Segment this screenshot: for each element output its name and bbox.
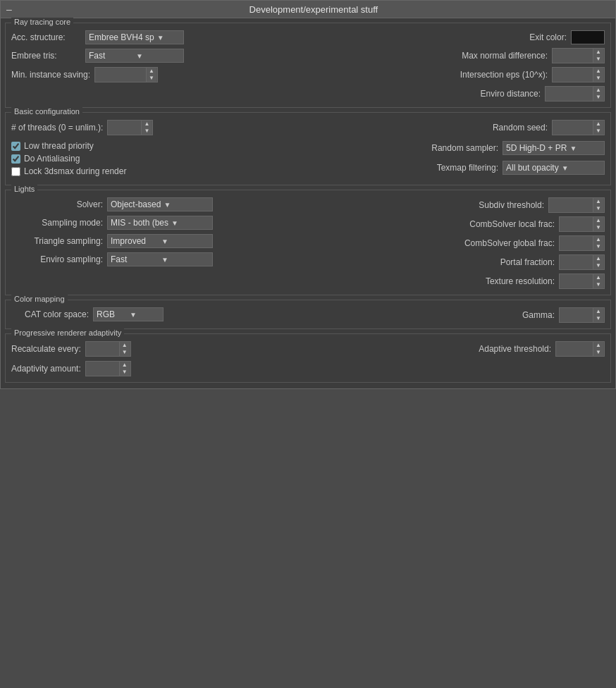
intersection-spinbox[interactable]: -6,07 ▲ ▼ bbox=[552, 67, 605, 82]
min-instance-spinbox[interactable]: 50000 ▲ ▼ bbox=[94, 67, 158, 82]
embree-tris-dropdown[interactable]: Fast ▼ bbox=[85, 49, 184, 63]
combsolver-global-spinbox[interactable]: 0,33 ▲ ▼ bbox=[559, 235, 605, 251]
cat-color-arrow: ▼ bbox=[130, 311, 160, 319]
low-thread-row: Low thread priority bbox=[11, 141, 304, 151]
enviro-sampling-dropdown[interactable]: Fast ▼ bbox=[107, 252, 213, 266]
recalculate-input[interactable]: 0 bbox=[86, 342, 119, 356]
lights-label: Lights bbox=[11, 185, 37, 193]
subdiv-threshold-input[interactable]: 0,005 bbox=[549, 198, 593, 212]
adaptive-threshold-spinbox[interactable]: 0,03 ▲ ▼ bbox=[555, 341, 605, 357]
minimize-icon[interactable]: – bbox=[6, 4, 12, 15]
min-instance-down[interactable]: ▼ bbox=[147, 75, 156, 82]
min-instance-label: Min. instance saving: bbox=[11, 70, 90, 80]
subdiv-threshold-down[interactable]: ▼ bbox=[593, 205, 603, 212]
combsolver-global-input[interactable]: 0,33 bbox=[560, 236, 593, 250]
gamma-input[interactable]: 2,2 bbox=[560, 308, 593, 322]
embree-tris-label: Embree tris: bbox=[11, 51, 85, 61]
acc-structure-dropdown[interactable]: Embree BVH4 sp ▼ bbox=[85, 30, 184, 44]
texture-resolution-down[interactable]: ▼ bbox=[593, 281, 603, 288]
adaptivity-input[interactable]: 0,0 bbox=[86, 362, 119, 376]
gamma-up[interactable]: ▲ bbox=[593, 308, 603, 315]
intersection-down[interactable]: ▼ bbox=[593, 75, 603, 82]
sampling-mode-dropdown[interactable]: MIS - both (bes ▼ bbox=[107, 216, 213, 230]
embree-tris-value: Fast bbox=[89, 51, 133, 61]
combsolver-global-down[interactable]: ▼ bbox=[593, 243, 603, 250]
recalculate-down[interactable]: ▼ bbox=[120, 349, 130, 356]
exit-color-swatch[interactable] bbox=[571, 30, 605, 44]
combsolver-local-down[interactable]: ▼ bbox=[593, 224, 603, 231]
texture-resolution-label: Texture resolution: bbox=[486, 276, 555, 286]
enviro-distance-up[interactable]: ▲ bbox=[593, 87, 603, 94]
random-sampler-dropdown[interactable]: 5D High-D + PR ▼ bbox=[503, 141, 605, 155]
combsolver-global-up[interactable]: ▲ bbox=[593, 236, 603, 243]
recalculate-up[interactable]: ▲ bbox=[120, 342, 130, 349]
adaptive-threshold-up[interactable]: ▲ bbox=[593, 342, 603, 349]
threads-spinbox[interactable]: 0 ▲ ▼ bbox=[107, 120, 153, 135]
do-antialiasing-checkbox[interactable] bbox=[11, 154, 20, 164]
adaptivity-up[interactable]: ▲ bbox=[120, 362, 130, 369]
enviro-distance-spinbox[interactable]: 1000,0n ▲ ▼ bbox=[545, 86, 605, 102]
triangle-sampling-dropdown[interactable]: Improved ▼ bbox=[107, 234, 213, 248]
min-instance-up[interactable]: ▲ bbox=[147, 68, 156, 75]
texture-resolution-input[interactable]: 0,3 bbox=[560, 274, 593, 288]
portal-fraction-down[interactable]: ▼ bbox=[593, 262, 603, 269]
recalculate-spinbox[interactable]: 0 ▲ ▼ bbox=[85, 341, 131, 357]
triangle-sampling-arrow: ▼ bbox=[161, 238, 209, 245]
enviro-distance-input[interactable]: 1000,0n bbox=[546, 87, 593, 101]
min-instance-input[interactable]: 50000 bbox=[95, 68, 146, 82]
random-seed-input[interactable]: 1234 bbox=[553, 121, 593, 135]
random-seed-label: Random seed: bbox=[493, 123, 548, 133]
lock-3dsmax-label: Lock 3dsmax during render bbox=[24, 166, 126, 176]
combsolver-local-input[interactable]: 0,33 bbox=[560, 217, 593, 231]
enviro-distance-down[interactable]: ▼ bbox=[593, 94, 603, 101]
random-seed-spinbox[interactable]: 1234 ▲ ▼ bbox=[552, 120, 605, 135]
gamma-spinbox[interactable]: 2,2 ▲ ▼ bbox=[559, 307, 605, 323]
max-normal-input[interactable]: 0,55 bbox=[553, 49, 593, 63]
random-seed-up[interactable]: ▲ bbox=[593, 121, 603, 128]
subdiv-threshold-spinbox[interactable]: 0,005 ▲ ▼ bbox=[548, 197, 605, 213]
threads-input[interactable]: 0 bbox=[108, 121, 141, 135]
combsolver-local-spinbox[interactable]: 0,33 ▲ ▼ bbox=[559, 216, 605, 232]
portal-fraction-spinbox[interactable]: 0,75 ▲ ▼ bbox=[559, 254, 605, 270]
gamma-down[interactable]: ▼ bbox=[593, 315, 603, 322]
max-normal-down[interactable]: ▼ bbox=[593, 56, 603, 63]
enviro-sampling-label: Enviro sampling: bbox=[11, 254, 103, 264]
max-normal-spinbox[interactable]: 0,55 ▲ ▼ bbox=[552, 48, 605, 63]
adaptive-threshold-down[interactable]: ▼ bbox=[593, 349, 603, 356]
window-title: Development/experimental stuff bbox=[18, 4, 610, 15]
acc-structure-value: Embree BVH4 sp bbox=[89, 32, 154, 42]
enviro-sampling-arrow: ▼ bbox=[161, 256, 209, 264]
do-antialiasing-row: Do Antialiasing bbox=[11, 154, 304, 164]
adaptivity-down[interactable]: ▼ bbox=[120, 369, 130, 376]
max-normal-label: Max normal difference: bbox=[462, 51, 548, 61]
texmap-filtering-arrow: ▼ bbox=[562, 164, 601, 172]
portal-fraction-up[interactable]: ▲ bbox=[593, 255, 603, 262]
ray-tracing-label: Ray tracing core bbox=[11, 18, 73, 26]
random-sampler-label: Random sampler: bbox=[431, 143, 498, 153]
acc-structure-label: Acc. structure: bbox=[11, 32, 85, 42]
sampling-mode-arrow: ▼ bbox=[171, 219, 209, 227]
threads-up[interactable]: ▲ bbox=[142, 121, 152, 128]
combsolver-local-label: CombSolver local frac: bbox=[469, 219, 555, 229]
threads-down[interactable]: ▼ bbox=[142, 128, 152, 135]
adaptivity-spinbox[interactable]: 0,0 ▲ ▼ bbox=[85, 361, 131, 376]
texture-resolution-up[interactable]: ▲ bbox=[593, 274, 603, 281]
gamma-label: Gamma: bbox=[522, 310, 555, 320]
solver-dropdown[interactable]: Object-based ▼ bbox=[107, 197, 213, 211]
texmap-filtering-dropdown[interactable]: All but opacity ▼ bbox=[503, 161, 605, 175]
max-normal-up[interactable]: ▲ bbox=[593, 49, 603, 56]
intersection-up[interactable]: ▲ bbox=[593, 68, 603, 75]
intersection-input[interactable]: -6,07 bbox=[553, 68, 593, 82]
combsolver-local-up[interactable]: ▲ bbox=[593, 217, 603, 224]
low-thread-checkbox[interactable] bbox=[11, 142, 20, 151]
subdiv-threshold-up[interactable]: ▲ bbox=[593, 198, 603, 205]
portal-fraction-input[interactable]: 0,75 bbox=[560, 255, 593, 269]
combsolver-global-label: CombSolver global frac: bbox=[464, 238, 555, 248]
lock-3dsmax-checkbox[interactable] bbox=[11, 167, 20, 176]
texture-resolution-spinbox[interactable]: 0,3 ▲ ▼ bbox=[559, 274, 605, 289]
intersection-label: Intersection eps (10^x): bbox=[460, 70, 548, 80]
adaptive-threshold-input[interactable]: 0,03 bbox=[556, 342, 593, 356]
basic-config-label: Basic configuration bbox=[11, 107, 82, 116]
cat-color-dropdown[interactable]: RGB ▼ bbox=[93, 307, 164, 321]
random-seed-down[interactable]: ▼ bbox=[593, 128, 603, 135]
